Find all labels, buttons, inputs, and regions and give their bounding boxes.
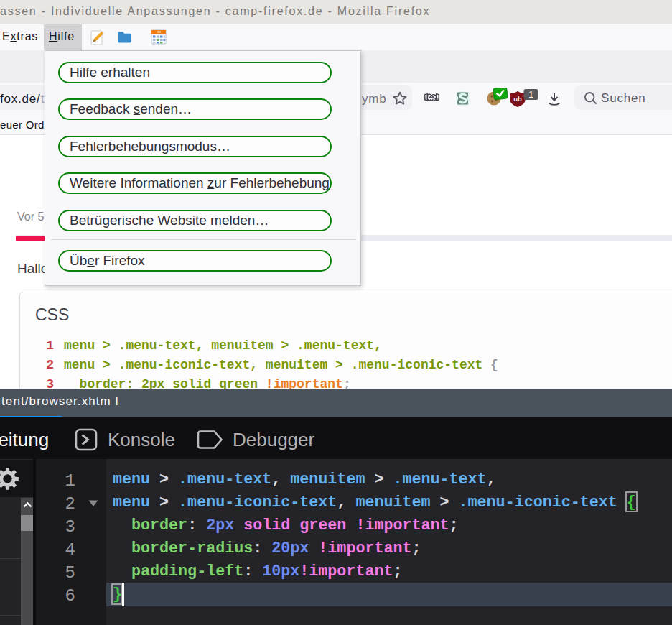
- svg-text:ub: ub: [513, 95, 522, 103]
- svg-text:1: 1: [528, 90, 533, 100]
